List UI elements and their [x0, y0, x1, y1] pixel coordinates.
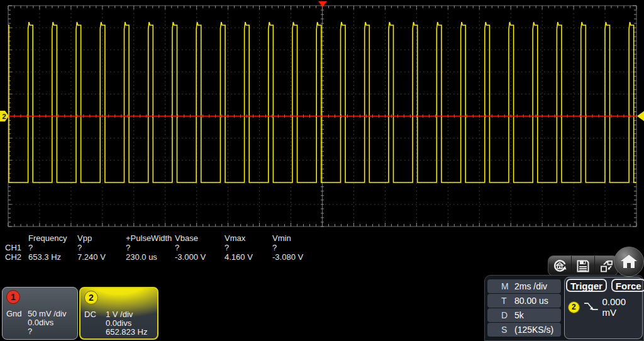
- screen-copy-icon: [598, 258, 614, 274]
- channel1-info-box[interactable]: 1 Gnd 50 mV /div 0.0divs ?: [2, 287, 78, 340]
- meas-value: 7.240 V: [77, 252, 126, 262]
- timebase-label: T: [501, 294, 511, 308]
- timebase-label: S: [501, 323, 511, 337]
- meas-value: ?: [272, 243, 348, 252]
- timebase-label: M: [501, 279, 511, 293]
- meas-header: Vbase: [175, 233, 225, 243]
- trigger-level-value: 0.000 mV: [602, 296, 642, 318]
- channel2-badge: 2: [84, 291, 98, 305]
- meas-spacer: [5, 233, 28, 243]
- meas-value: ?: [77, 243, 126, 252]
- meas-value: 4.160 V: [225, 252, 272, 262]
- meas-header: Vmax: [225, 233, 272, 243]
- ch2-position-marker-label: 2: [3, 113, 6, 120]
- channel1-badge: 1: [6, 290, 20, 304]
- meas-value: ?: [126, 243, 175, 252]
- timebase-value: (125KS/s): [514, 323, 553, 337]
- channel2-coupling: DC: [84, 310, 106, 319]
- timebase-row-depth[interactable]: D 5k: [487, 308, 561, 322]
- timebase-row-main[interactable]: M 2ms /div: [487, 279, 561, 293]
- timebase-row-samplerate[interactable]: S (125KS/s): [487, 323, 561, 337]
- meas-header: Frequency: [28, 233, 77, 243]
- channel1-position: 0.0divs: [28, 318, 77, 327]
- meas-value: 230.0 us: [126, 252, 175, 262]
- meas-value: -3.000 V: [175, 252, 225, 262]
- measurements-panel: Frequency Vpp +PulseWidth Vbase Vmax Vmi…: [0, 233, 348, 262]
- save-button[interactable]: [572, 256, 595, 276]
- home-icon: [619, 252, 638, 271]
- meas-value: -3.080 V: [272, 252, 348, 262]
- channel2-info-box[interactable]: 2 DC 1 V /div 0.0divs 652.823 Hz: [79, 287, 158, 340]
- meas-row-label: CH2: [5, 252, 28, 262]
- meas-value: 653.3 Hz: [28, 252, 77, 262]
- trigger-button[interactable]: Trigger: [566, 279, 607, 292]
- timebase-row-offset[interactable]: T 80.00 us: [487, 294, 561, 308]
- trigger-position-marker[interactable]: [318, 1, 327, 7]
- channel2-frequency: 652.823 Hz: [106, 328, 157, 337]
- meas-header: +PulseWidth: [126, 233, 175, 243]
- meas-header: Vpp: [77, 233, 126, 243]
- default-setup-button[interactable]: [548, 256, 572, 276]
- timebase-panel: M 2ms /div T 80.00 us D 5k S (125KS/s): [486, 279, 562, 337]
- meas-value: ?: [28, 243, 77, 252]
- channel1-frequency: ?: [28, 327, 77, 336]
- default-setup-icon: [552, 258, 568, 274]
- meas-header: Vmin: [272, 233, 348, 243]
- waveform-display: 2: [0, 0, 644, 233]
- timebase-label: D: [501, 308, 511, 322]
- channel2-scale: 1 V /div: [106, 310, 133, 319]
- meas-value: ?: [175, 243, 225, 252]
- timebase-value: 80.00 us: [514, 294, 548, 308]
- timebase-value: 5k: [514, 308, 524, 322]
- meas-value: ?: [225, 243, 272, 252]
- horizontal-trigger-panel: M 2ms /div T 80.00 us D 5k S (125KS/s) T…: [484, 275, 644, 341]
- channel1-coupling: Gnd: [6, 310, 28, 318]
- trigger-panel: Trigger Force 2 0.000 mV: [564, 277, 643, 339]
- channel1-scale: 50 mV /div: [28, 310, 66, 318]
- utility-toolbar: [548, 255, 618, 276]
- timebase-value: 2ms /div: [514, 279, 547, 293]
- falling-edge-icon: [583, 301, 599, 313]
- save-icon: [575, 258, 591, 274]
- trigger-source-badge: 2: [568, 301, 580, 313]
- trigger-level-marker[interactable]: [637, 111, 644, 121]
- channel2-position: 0.0divs: [106, 319, 157, 328]
- home-button[interactable]: [614, 247, 644, 277]
- force-button[interactable]: Force: [611, 279, 644, 292]
- oscilloscope-screen: 2 Frequency Vpp +PulseWidth Vbase Vmax V…: [0, 0, 644, 341]
- meas-row-label: CH1: [5, 243, 28, 252]
